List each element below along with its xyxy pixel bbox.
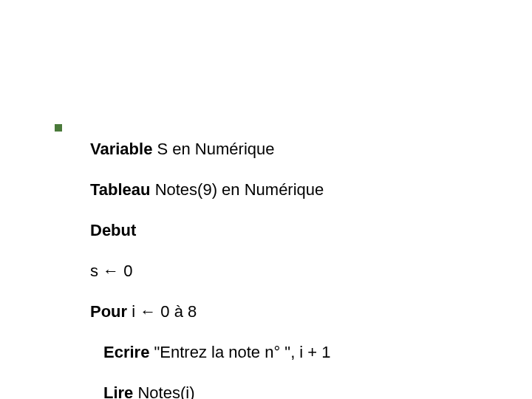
pseudocode-block: Variable S en Numérique Tableau Notes(9)… xyxy=(90,118,331,399)
keyword-tableau: Tableau xyxy=(90,180,151,199)
keyword-debut: Debut xyxy=(90,221,136,239)
code-line: s ← 0 xyxy=(90,261,331,282)
code-text: S en Numérique xyxy=(152,140,274,158)
code-text: "Entrez la note n° ", i + 1 xyxy=(149,343,330,361)
code-line: Variable S en Numérique xyxy=(90,139,331,160)
code-text: s ← 0 xyxy=(90,262,132,280)
code-text: Notes(i) xyxy=(133,383,194,400)
keyword-lire: Lire xyxy=(103,383,133,400)
code-text: i ← 0 à 8 xyxy=(127,302,197,321)
code-text: Notes(9) en Numérique xyxy=(151,180,324,199)
code-line: Ecrire "Entrez la note n° ", i + 1 xyxy=(90,342,331,363)
code-line: Debut xyxy=(90,220,331,241)
keyword-ecrire: Ecrire xyxy=(103,343,149,361)
code-line: Pour i ← 0 à 8 xyxy=(90,301,331,322)
code-line: Lire Notes(i) xyxy=(90,383,331,400)
code-line: Tableau Notes(9) en Numérique xyxy=(90,180,331,200)
keyword-variable: Variable xyxy=(90,140,152,158)
slide-content: Variable S en Numérique Tableau Notes(9)… xyxy=(55,118,331,399)
keyword-pour: Pour xyxy=(90,302,127,321)
bullet-square-icon xyxy=(55,124,62,132)
